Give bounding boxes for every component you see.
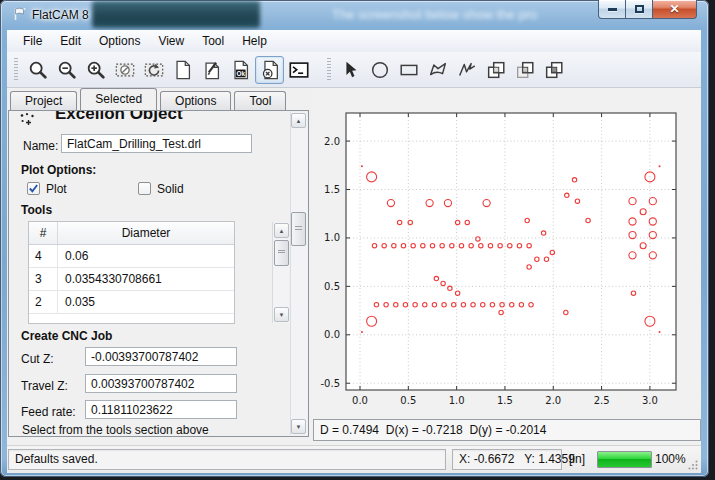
cutz-label: Cut Z: [21, 352, 54, 366]
plot-canvas[interactable]: 0.00.51.01.52.02.53.0-0.50.00.51.01.52.0 [313, 88, 701, 415]
plot-checkbox[interactable] [27, 182, 40, 195]
table-row[interactable]: 4 0.06 [29, 245, 234, 268]
draw-circle-button[interactable] [365, 56, 394, 84]
zoom-in-button[interactable] [81, 56, 110, 84]
col-header-diameter[interactable]: Diameter [58, 222, 234, 244]
zoom-out-icon [56, 59, 78, 81]
table-row[interactable]: 3 0.0354330708661 [29, 268, 234, 291]
tool-num[interactable]: 2 [29, 291, 58, 313]
maximize-button[interactable] [626, 0, 653, 19]
draw-rectangle-button[interactable] [394, 56, 423, 84]
titlebar[interactable]: The screenshot below show the pro FlatCA… [0, 0, 709, 30]
close-button[interactable]: ✕ [653, 0, 697, 19]
menu-help[interactable]: Help [233, 31, 276, 51]
new-project-button[interactable] [168, 56, 197, 84]
panel-title-clip: Excellon Object [55, 111, 255, 126]
svg-text:2.0: 2.0 [545, 395, 561, 406]
zoom-fit-button[interactable] [23, 56, 52, 84]
clear-plot-button[interactable] [110, 56, 139, 84]
toolbar-drag-handle-2[interactable] [327, 58, 331, 82]
ok-file-icon: Ok [230, 59, 252, 81]
open-project-button[interactable] [197, 56, 226, 84]
tab-tool[interactable]: Tool [234, 91, 286, 110]
solid-checkbox-label[interactable]: Solid [157, 182, 184, 196]
measurement-readout: D = 0.7494 D(x) = -0.7218 D(y) = -0.2014 [313, 419, 701, 441]
menu-options[interactable]: Options [90, 31, 149, 51]
tool-diameter[interactable]: 0.0354330708661 [58, 268, 234, 290]
menu-edit[interactable]: Edit [51, 31, 90, 51]
progress-percent: 100% [655, 452, 686, 466]
feedrate-label: Feed rate: [21, 405, 76, 419]
name-input[interactable] [61, 134, 252, 153]
table-scrollbar[interactable]: ▲ ▼ [272, 222, 289, 323]
client-area: File Edit Options View Tool Help [7, 30, 701, 473]
menubar: File Edit Options View Tool Help [7, 30, 701, 52]
select-tool-button[interactable] [336, 56, 365, 84]
tab-selected[interactable]: Selected [80, 88, 157, 110]
zoom-out-button[interactable] [52, 56, 81, 84]
table-row[interactable]: 2 0.035 [29, 291, 234, 314]
feedrate-input[interactable] [85, 400, 237, 419]
geo-intersection-button[interactable] [510, 56, 539, 84]
scroll-down-icon[interactable]: ▼ [291, 419, 306, 434]
minimize-button[interactable] [598, 0, 626, 19]
mouse-coordinates: X: -0.6672 Y: 1.4359 [452, 449, 562, 470]
travelz-input[interactable] [85, 374, 237, 393]
close-icon: ✕ [669, 3, 679, 15]
menu-view[interactable]: View [149, 31, 193, 51]
tool-diameter[interactable]: 0.06 [58, 245, 234, 267]
cnc-section-title: Create CNC Job [21, 329, 112, 343]
scroll-up-icon[interactable]: ▲ [291, 113, 306, 128]
app-window: The screenshot below show the pro FlatCA… [0, 0, 709, 477]
plot-pane: 0.00.51.01.52.02.53.0-0.50.00.51.01.52.0 [313, 88, 701, 415]
plot-checkbox-label[interactable]: Plot [46, 182, 67, 196]
toolbar-drag-handle[interactable] [14, 58, 18, 82]
geo-subtract-button[interactable] [539, 56, 568, 84]
svg-text:1.0: 1.0 [449, 395, 465, 406]
svg-text:-0.5: -0.5 [320, 378, 340, 389]
run-script-ok-button[interactable]: Ok [226, 56, 255, 84]
col-header-num[interactable]: # [29, 222, 58, 244]
progress-fill [598, 452, 651, 467]
tab-options[interactable]: Options [160, 91, 231, 110]
svg-text:0.5: 0.5 [324, 281, 340, 292]
panel-title: Excellon Object [55, 111, 255, 124]
polygon-tool-icon [427, 59, 449, 81]
progress-bar [597, 451, 652, 468]
tools-table: # Diameter 4 0.06 3 0.0354330708661 2 0.… [28, 221, 235, 324]
draw-path-button[interactable] [452, 56, 481, 84]
excellon-object-icon [19, 112, 36, 128]
replot-button[interactable] [139, 56, 168, 84]
geo-union-button[interactable] [481, 56, 510, 84]
table-scroll-thumb[interactable] [274, 240, 289, 266]
scroll-up-icon[interactable]: ▲ [274, 223, 289, 238]
cutz-input[interactable] [85, 347, 237, 366]
tab-project[interactable]: Project [10, 91, 77, 110]
replot-icon [143, 59, 165, 81]
scroll-down-icon[interactable]: ▼ [274, 307, 289, 322]
delete-object-button[interactable] [255, 56, 284, 84]
resize-grip-icon[interactable] [688, 460, 698, 470]
union-icon [485, 59, 507, 81]
subtract-icon [543, 59, 565, 81]
tools-label: Tools [21, 203, 52, 217]
tool-diameter[interactable]: 0.035 [58, 291, 234, 313]
tool-num[interactable]: 4 [29, 245, 58, 267]
tools-table-header: # Diameter [29, 222, 234, 245]
shell-button[interactable] [284, 56, 313, 84]
svg-text:1.5: 1.5 [324, 184, 340, 195]
tools-hint-text: Select from the tools section above [22, 423, 209, 437]
name-label: Name: [23, 139, 58, 153]
svg-text:3.0: 3.0 [642, 395, 658, 406]
svg-text:2.0: 2.0 [324, 136, 340, 147]
panel-scroll-thumb[interactable] [291, 212, 306, 246]
zoom-in-icon [85, 59, 107, 81]
menu-file[interactable]: File [14, 31, 51, 51]
panel-scrollbar[interactable]: ▲ ▼ [290, 112, 307, 435]
menu-tool[interactable]: Tool [193, 31, 233, 51]
draw-polygon-button[interactable] [423, 56, 452, 84]
solid-checkbox[interactable] [138, 182, 151, 195]
svg-text:0.0: 0.0 [324, 329, 340, 340]
tool-num[interactable]: 3 [29, 268, 58, 290]
polyline-tool-icon [456, 59, 478, 81]
